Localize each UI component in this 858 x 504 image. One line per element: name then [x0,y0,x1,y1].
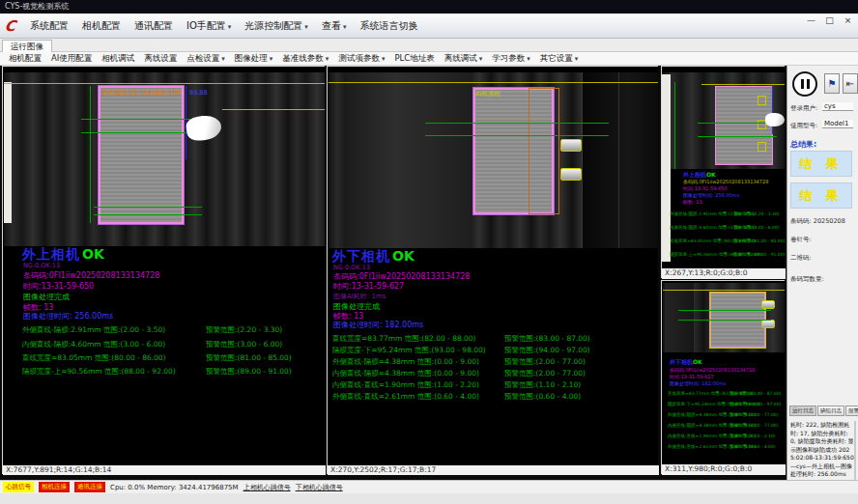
warn-range: 预警范围:(2.20 - 3.30) [206,325,282,335]
measurement-row: 隔膜宽度-下=95.24mm 范围:(93.00 - 98.00)预警范围:(9… [332,346,651,355]
mini-bottom-camera-panel: 外下相机OK 条码码:0FI1iiw20250208133134728 时间:1… [661,280,785,474]
tool-test-params[interactable]: 测试项参数▾ [333,53,389,65]
window-title: CYS-视觉检测系统 [5,2,69,11]
right-camera-image[interactable]: AI检测框 [329,72,658,248]
model-field[interactable]: Model1 [822,120,853,128]
barcode-value: 20250208 [814,217,845,225]
tab-alarm-log[interactable]: 报警日志 [845,406,858,416]
menu-io-config[interactable]: IO手配置▾ [180,19,238,33]
maximize-icon[interactable]: □ [823,15,836,26]
measure-text: 直线宽度=83.05mm 范围:(80.00 - 86.00) [22,353,166,362]
mini-top-camera-image[interactable] [663,72,785,169]
time-line: 时间:13-31-59-627 [333,281,404,292]
tool-spot-check[interactable]: 点检设置▾ [182,53,230,65]
baseline-yellow-line [701,84,785,85]
marker-box [758,142,766,152]
chevron-down-icon: ▾ [382,55,386,63]
warn-range: 预警范围:(83.00 - 87.00) [729,391,781,396]
tool-plc-table[interactable]: PLC地址表 [389,53,439,65]
measure-green-line [90,86,91,223]
menu-comm-config[interactable]: 通讯配置 [128,19,180,33]
mini-barcode-line: 条码码:0FI1iiw20250208133134728 [670,367,755,373]
return-button[interactable]: ⇤ [843,73,858,94]
camera-name: 外下相机 [670,358,693,365]
log-scrollbar[interactable] [854,421,856,481]
tool-offline-settings[interactable]: 离线设置 [139,53,182,65]
mini-measurement-row: 外侧直线-隔膜:2.91mm 范围:(2.00 - 3.50)预警范围:(2.2… [670,211,784,216]
tool-baseline-params[interactable]: 基准线参数▾ [277,53,333,65]
tool-image-processing[interactable]: 图像处理▾ [230,53,278,65]
reflective-blob [560,168,582,181]
blue-measure-value: 93.88 [189,89,208,97]
tab-run-log[interactable]: 运行日志 [789,406,816,416]
chevron-down-icon: ▾ [221,55,225,63]
ng-ok-counter: NG:0,OK:13 [333,264,370,271]
left-camera-panel: 静态阈值:93, 动态阈值:100 93.88 外上相机OK NG:0,OK:1… [2,66,325,474]
measure-text: 内侧直线-直线=1.90mm 范围:(1.00 - 2.20) [332,380,479,389]
measure-text: 外侧直线-隔膜=4.38mm 范围:(0.00 - 9.00) [332,357,479,366]
reflective-blob [761,300,775,309]
app-logo-icon: C [4,17,17,35]
process-time-line: 图像处理时间: 182.00ms [333,320,423,330]
close-icon[interactable]: × [842,15,854,26]
flag-icon: ⚑ [828,78,837,89]
sub-toolbar: 相机配置 AI使用配置 相机调试 离线设置 点检设置▾ 图像处理▾ 基准线参数▾… [0,52,858,66]
menu-camera-config[interactable]: 相机配置 [75,19,128,33]
mini-bottom-camera-image[interactable] [663,283,785,352]
measure-green-line [425,123,609,124]
menu-system-config[interactable]: 系统配置 [23,19,75,33]
camera-name: 外上相机 [683,171,706,178]
minimize-icon[interactable]: — [805,15,817,26]
probe-blob [186,114,223,142]
tool-learn-params[interactable]: 学习参数▾ [487,53,535,65]
measurement-row: 外侧直线-直线=2.61mm 范围:(0.60 - 4.00)预警范围:(0.6… [332,392,651,402]
mini-process-time-line: 图像处理时间: 256.00ms [683,192,739,198]
menu-view[interactable]: 查看▾ [315,19,354,33]
warn-range: 预警范围:(2.00 - 77.00) [729,423,778,428]
tool-camera-config[interactable]: 相机配置 [4,53,46,65]
chevron-down-icon: ▾ [228,23,232,31]
warn-range: 预警范围:(0.60 - 4.00) [729,444,776,449]
warn-range: 预警范围:(89.00 - 91.00) [733,252,785,257]
mini-measurement-row: 直线宽度=83.05mm 范围:(80.00 - 86.00)预警范围:(81.… [670,238,784,243]
pixel-coords-readout: X:267,Y:13;R:0;G:0;B:0 [662,268,786,279]
warn-range: 预警范围:(89.00 - 91.00) [206,367,292,377]
tool-other-settings[interactable]: 其它设置▾ [535,53,584,65]
login-user-field[interactable]: cys [822,102,853,111]
qr-code-label: 二维码: [790,254,812,263]
tab-run-image[interactable]: 运行图像 [2,40,52,52]
window-footer [0,493,858,504]
lower-camera-heartbeat-link[interactable]: 下相机心跳信号 [296,483,343,492]
menu-bar: C 系统配置 相机配置 通讯配置 IO手配置▾ 光源控制配置▾ 查看▾ 系统语言… [0,14,858,39]
pause-button[interactable] [792,71,817,97]
upper-camera-heartbeat-link[interactable]: 上相机心跳信号 [243,483,291,492]
status-ok: OK [392,248,415,264]
log-text-area[interactable]: 耗时: 222, 缺陷检测耗时: 17, 缺陷分类耗时: 0, 缺陷提取分类耗时… [790,421,854,481]
measure-green-line [698,136,777,137]
mini-measurement-row: 内侧直线-直线=1.90mm 范围:(1.00 - 2.20)预警范围:(1.1… [668,434,784,438]
left-camera-image[interactable]: 静态阈值:93, 动态阈值:100 93.88 [4,72,325,246]
ai-detect-box [529,88,559,214]
tool-ai-config[interactable]: AI使用配置 [46,53,97,65]
comm-connect-badge: 通讯连接 [74,482,105,492]
chevron-down-icon: ▾ [575,55,579,63]
mini-process-time-line: 图像处理时间: 182.00ms [670,380,726,386]
menu-language-switch[interactable]: 系统语言切换 [353,19,424,33]
tool-camera-debug[interactable]: 相机调试 [97,53,139,65]
mini-measurement-row: 外侧直线-直线=2.61mm 范围:(0.60 - 4.00)预警范围:(0.6… [668,444,784,449]
measure-text: 隔膜宽度-下=95.24mm 范围:(93.00 - 98.00) [332,346,486,354]
tool-offline-debug[interactable]: 离线调试▾ [440,53,488,65]
camera-connect-badge: 相机连接 [39,482,70,492]
mini-measurement-row: 隔膜宽度-上=90.56mm 范围:(88.00 - 92.00)预警范围:(8… [670,252,784,257]
measure-green-line [674,82,675,169]
right-camera-panel: AI检测框 外下相机OK NG:0,OK:13 条码码:0FI1iiw20250… [327,66,658,474]
baseline-yellow-line [222,109,325,110]
warn-range: 预警范围:(81.00 - 85.00) [206,353,292,363]
pixel-coords-readout: X:270,Y:2502;R:17;G:17;B:17 [328,465,659,475]
menu-light-config[interactable]: 光源控制配置▾ [238,19,315,33]
measure-text: 内侧直线-隔膜:4.60mm 范围:(3.00 - 6.00) [22,340,165,349]
tab-defect-log[interactable]: 缺陷日志 [817,406,844,416]
capture-button[interactable]: ⚑ [824,73,840,94]
measurement-row: 直线宽度=83.05mm 范围:(80.00 - 86.00)预警范围:(81.… [22,353,320,363]
ai-time-line: 图像AI耗时: 1ms [333,292,386,301]
